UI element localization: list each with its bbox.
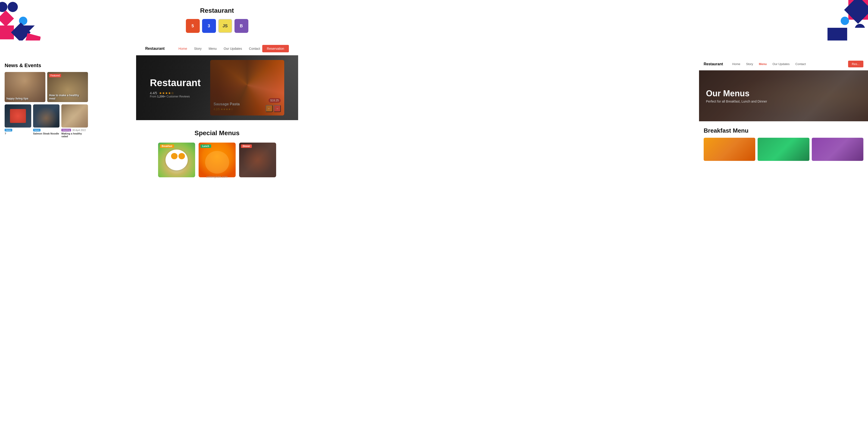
nav-links: Home Story Menu Our Updates Contact [179, 47, 262, 51]
reviews-count: 1,206+ [157, 95, 166, 98]
news-events-title: News & Events [5, 62, 88, 68]
css3-icon: 3 [202, 19, 216, 33]
news-tag-row-3: Meeting 30 April 2022 [61, 129, 88, 131]
news-item-2[interactable]: News Salmon Steak Noodle [33, 104, 60, 138]
js-label: JS [222, 24, 227, 28]
menu-card-breakfast[interactable]: Breakfast [158, 143, 195, 177]
tag-news-2: News [33, 129, 41, 131]
dinner-badge: Dinner [241, 145, 252, 148]
center-content: Restaurant Home Story Menu Our Updates C… [136, 42, 298, 192]
hero-rating: 4.4/5 ★★★★☆ [150, 91, 201, 95]
corner-decoration-top-left [0, 0, 40, 40]
news-grid: happy living tips Featured How to make a… [5, 72, 88, 102]
nav-menu[interactable]: Menu [209, 47, 217, 51]
html5-label: 5 [191, 24, 194, 28]
news-img-2 [33, 104, 60, 128]
navbar-brand: Restaurant [145, 46, 165, 51]
news-tag-row-2: News [33, 129, 60, 131]
news-title-3: Making a healthy salad [61, 132, 88, 138]
tag-news-1: News [5, 129, 12, 131]
news-title-2: Salmon Steak Noodle [33, 132, 60, 135]
svg-rect-2 [0, 10, 14, 27]
navbar: Restaurant Home Story Menu Our Updates C… [136, 42, 298, 55]
html5-icon: 5 [186, 19, 200, 33]
nav-home[interactable]: Home [179, 47, 187, 51]
menu-card-dinner[interactable]: Dinner [239, 143, 276, 177]
tech-icons-row: 5 3 JS B [0, 19, 434, 33]
css3-label: 3 [208, 24, 210, 28]
lunch-badge: Lunch [200, 145, 211, 148]
hero-rating-value: 4.4/5 [150, 91, 157, 95]
nav-updates[interactable]: Our Updates [224, 47, 242, 51]
special-menus-section: Special Menus Breakfast [136, 120, 298, 192]
hero-reviews: From 1,206+ Customer Reviews [150, 95, 201, 98]
reviews-prefix: From [150, 95, 156, 98]
hero-section: Restaurant 4.4/5 ★★★★☆ From 1,206+ Custo… [136, 55, 298, 120]
hero-stars: ★★★★☆ [159, 91, 174, 95]
news-item-healthy-meal[interactable]: Featured How to make a healthy meal [47, 72, 88, 102]
nav-story[interactable]: Story [194, 47, 202, 51]
menu-card-lunch[interactable]: Lunch [198, 143, 236, 177]
svg-point-0 [8, 2, 18, 12]
bootstrap-label: B [240, 24, 243, 28]
js-icon: JS [218, 19, 232, 33]
bootstrap-icon: B [235, 19, 248, 33]
news-title-1: ? [5, 132, 31, 135]
svg-point-1 [0, 2, 7, 12]
reservation-button[interactable]: Reservation [262, 45, 289, 52]
hero-title: Restaurant [150, 77, 201, 88]
news-caption-healthy: How to make a healthy meal [49, 94, 86, 100]
breakfast-badge: Breakfast [160, 145, 174, 148]
top-header: Restaurant 5 3 JS B [0, 0, 434, 42]
news-tag-row-1: News [5, 129, 31, 131]
featured-badge: Featured [49, 74, 61, 77]
reviews-suffix: Customer Reviews [166, 95, 190, 98]
news-img-1 [5, 104, 31, 128]
menu-cards: Breakfast Lunch Dinner [150, 143, 284, 177]
nav-contact[interactable]: Contact [249, 47, 260, 51]
page-title: Restaurant [0, 7, 434, 14]
news-item-living-tips[interactable]: happy living tips [5, 72, 45, 102]
special-menus-title: Special Menus [150, 129, 284, 137]
news-item-1[interactable]: News ? [5, 104, 31, 138]
news-img-3 [61, 104, 88, 128]
hero-content: Restaurant 4.4/5 ★★★★☆ From 1,206+ Custo… [136, 77, 215, 98]
news-caption-living: happy living tips [6, 97, 43, 100]
news-events-panel: News & Events happy living tips Featured… [0, 58, 93, 142]
news-item-3[interactable]: Meeting 30 April 2022 Making a healthy s… [61, 104, 88, 138]
tag-meeting-3: Meeting [61, 129, 71, 131]
news-date-3: 30 April 2022 [72, 129, 86, 131]
watermark: setemplate.com [150, 175, 284, 179]
news-bottom-row: News ? News Salmon Steak Noodle [5, 104, 88, 138]
